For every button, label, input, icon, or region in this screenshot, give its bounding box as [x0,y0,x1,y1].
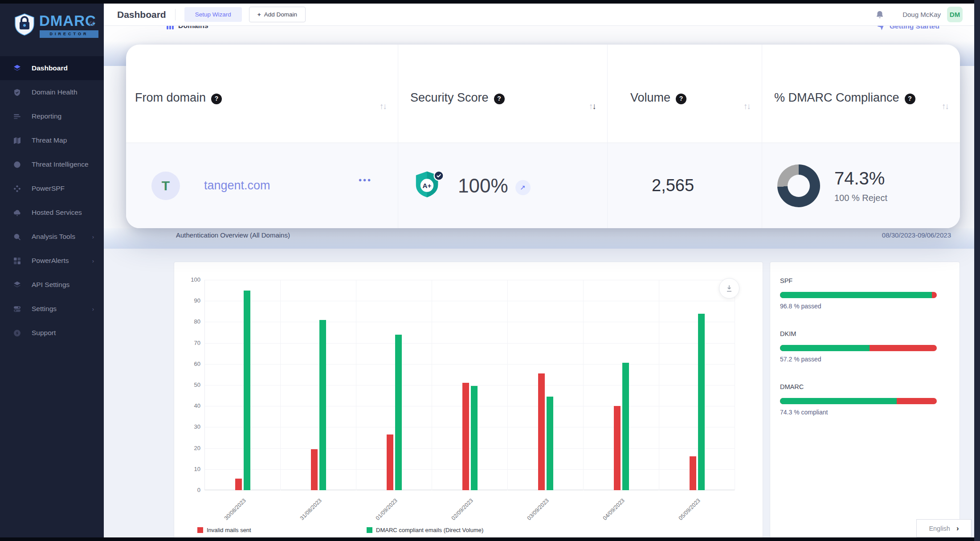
x-axis-tick: 31/08/2023 [278,497,323,541]
column-header-from-domain: From domain?↑↓ [126,45,398,143]
search-icon [13,233,21,241]
getting-started[interactable]: Getting Started [877,26,974,37]
help-question-icon[interactable]: ? [211,94,222,104]
window-frame-right [974,0,980,541]
legend-item[interactable]: Invalid mails sent [197,527,251,533]
sidebar-item-label: PowerSPF [32,184,65,193]
bar-dmarc [471,386,478,490]
column-header--dmarc-compliance: % DMARC Compliance?↑↓ [762,45,960,143]
auth-progress-bar-dmarc [780,398,937,404]
bar-invalid [235,479,242,490]
y-axis-tick: 60 [180,361,200,367]
sidebar: DMARC DIRECTOR « DashboardDomain HealthR… [0,4,104,537]
bar-dmarc [698,314,705,490]
compliance-note: 100 % Reject [834,193,887,203]
sidebar-item-threat-intelligence[interactable]: Threat Intelligence [0,152,104,176]
sort-arrows-icon[interactable]: ↑↓ [589,102,596,111]
score-external-link-icon[interactable]: ↗ [515,180,531,195]
sidebar-item-label: Domain Health [32,88,78,96]
sidebar-item-api-settings[interactable]: API Settings [0,273,104,297]
sidebar-item-label: Dashboard [32,64,68,72]
security-grade-shield-icon: A+ [414,168,448,203]
y-axis-tick: 100 [180,276,200,283]
chart-download-button[interactable] [719,278,739,299]
x-axis-tick: 05/09/2023 [656,497,702,541]
sidebar-collapse-icon[interactable]: « [89,16,95,30]
sidebar-menu: DashboardDomain HealthReportingThreat Ma… [0,56,104,345]
column-label: % DMARC Compliance [774,91,899,104]
auth-caption: 74.3 % compliant [780,409,950,416]
sidebar-item-label: PowerAlerts [32,257,69,265]
auth-results-panel: SPF96.8 % passedDKIM57.2 % passedDMARC74… [770,262,960,541]
legend-label: Invalid mails sent [207,527,251,533]
dmarc-director-app: DMARC DIRECTOR « DashboardDomain HealthR… [0,0,980,541]
legend-item[interactable]: DMARC compliant emails (Direct Volume) [367,527,483,533]
toggles-icon [13,305,21,313]
setup-wizard-button[interactable]: Setup Wizard [184,7,242,22]
avatar[interactable]: DM [947,7,963,22]
language-label: English [929,525,950,532]
bar-invalid [462,383,469,490]
notifications-bell-icon[interactable] [875,10,885,20]
legend-swatch-icon [197,527,203,533]
help-question-icon[interactable]: ? [676,94,686,104]
x-axis-tick: 30/08/2023 [202,497,247,541]
domain-table-card: From domain?↑↓Security Score?↑↓Volume?↑↓… [126,45,960,228]
authentication-overview-title: Authentication Overview (All Domains) [176,231,290,239]
compliance-percent: 74.3% [834,168,887,189]
category-band [659,280,735,490]
sidebar-item-support[interactable]: Support [0,321,104,345]
bar-chart-icon [166,26,174,30]
getting-started-label: Getting Started [890,26,939,30]
row-menu-dots-icon[interactable]: ••• [359,175,372,185]
domains-header: Domains [166,26,282,37]
auth-label-dmarc: DMARC [780,383,950,390]
auth-caption: 96.8 % passed [780,303,950,310]
logo: DMARC DIRECTOR « [0,4,104,46]
category-band [432,280,508,490]
window-frame-bottom [0,537,980,541]
domain-avatar: T [151,172,180,200]
sidebar-item-reporting[interactable]: Reporting [0,104,104,128]
help-question-icon[interactable]: ? [905,94,915,104]
sidebar-item-label: Support [32,329,56,337]
help-question-icon[interactable]: ? [494,94,505,104]
column-header-security-score: Security Score?↑↓ [398,45,607,143]
bar-invalid [538,373,545,490]
sidebar-item-analysis-tools[interactable]: Analysis Tools› [0,225,104,249]
sidebar-item-domain-health[interactable]: Domain Health [0,80,104,104]
sort-arrows-icon[interactable]: ↑↓ [942,102,948,111]
column-label: Volume [630,91,670,104]
category-band [281,280,356,490]
bar-invalid [614,406,621,490]
security-score-value: 100% [458,175,508,197]
category-band [356,280,432,490]
sidebar-item-poweralerts[interactable]: PowerAlerts› [0,249,104,273]
sidebar-item-threat-map[interactable]: Threat Map [0,128,104,152]
topbar-divider [175,9,176,20]
sidebar-item-hosted-services[interactable]: Hosted Services [0,201,104,225]
language-selector[interactable]: English › [916,519,972,537]
y-axis-tick: 50 [180,381,200,388]
y-axis-tick: 20 [180,445,200,451]
sidebar-item-label: Settings [32,305,57,313]
sort-arrows-icon[interactable]: ↑↓ [380,102,386,111]
add-domain-button[interactable]: +Add Domain [249,7,306,22]
domain-link[interactable]: tangent.com [204,179,270,193]
sidebar-item-label: Threat Intelligence [32,160,89,168]
auth-progress-bar-spf [780,292,937,298]
sidebar-item-settings[interactable]: Settings› [0,297,104,321]
legend-swatch-icon [367,527,372,533]
user-name[interactable]: Doug McKay [902,11,941,18]
sort-arrows-icon[interactable]: ↑↓ [743,102,750,111]
report-lines-icon [13,113,21,120]
x-axis-tick: 01/09/2023 [353,497,399,541]
bar-chart-plot: 010203040506070809010030/08/202331/08/20… [204,280,735,490]
sidebar-item-dashboard[interactable]: Dashboard [0,56,104,80]
sidebar-item-label: Analysis Tools [32,233,75,241]
add-domain-label: Add Domain [264,11,297,18]
date-range[interactable]: 08/30/2023-09/06/2023 [882,231,951,239]
chevron-right-icon: › [92,234,94,240]
y-axis-tick: 30 [180,423,200,430]
sidebar-item-powerspf[interactable]: PowerSPF [0,176,104,201]
